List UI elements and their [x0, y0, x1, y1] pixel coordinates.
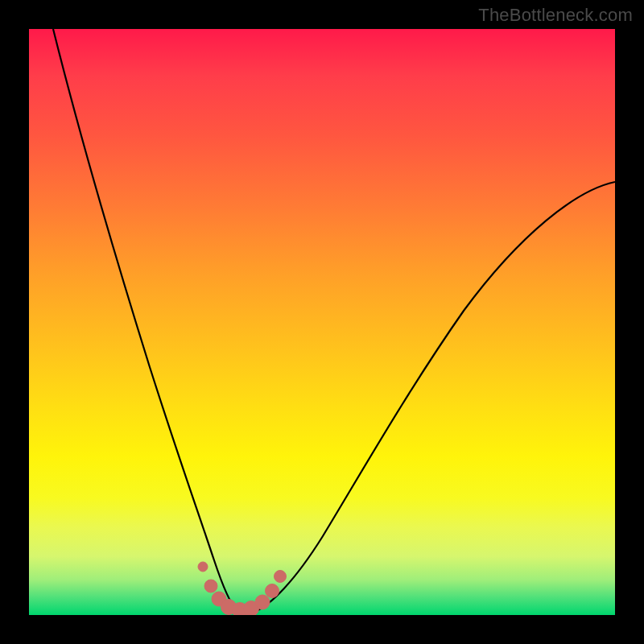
- svg-point-0: [198, 562, 208, 572]
- watermark-text: TheBottleneck.com: [478, 5, 633, 26]
- svg-point-8: [275, 571, 287, 583]
- svg-point-7: [266, 584, 279, 598]
- svg-point-6: [255, 595, 270, 609]
- chart-frame: TheBottleneck.com: [0, 0, 644, 644]
- svg-point-1: [204, 580, 217, 592]
- chart-plot-area: [29, 29, 615, 615]
- optimal-marker: [198, 562, 287, 615]
- bottleneck-curve-svg: [29, 29, 615, 615]
- bottleneck-curve-path: [53, 29, 615, 612]
